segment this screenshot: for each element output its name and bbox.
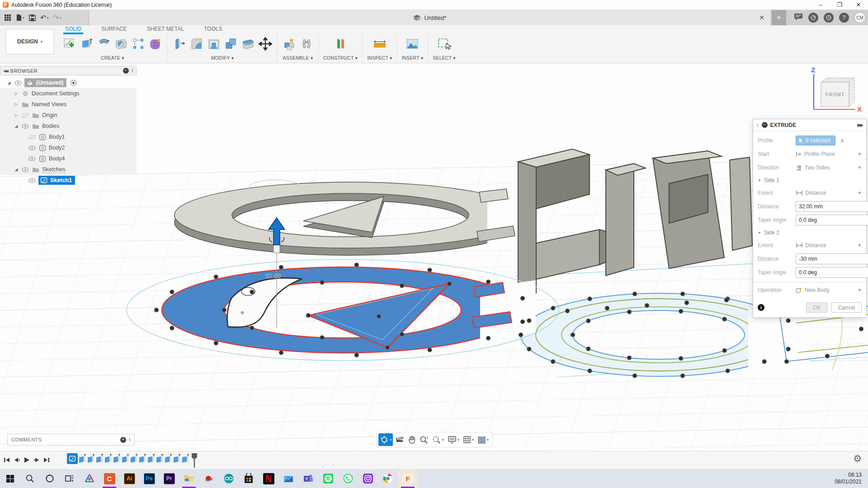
- joint-icon[interactable]: [299, 37, 314, 51]
- eye-icon[interactable]: [28, 155, 36, 162]
- panel-grip-icon[interactable]: ‖: [132, 68, 133, 73]
- expand-arrow-icon[interactable]: ◢: [14, 167, 19, 172]
- user-avatar[interactable]: CM: [854, 12, 865, 23]
- browser-item-body4[interactable]: Body4: [0, 153, 137, 164]
- direction-dropdown[interactable]: Two Sides ▼: [796, 164, 862, 171]
- browser-item-named-views[interactable]: ▷ Named Views: [0, 99, 137, 110]
- clear-selection-icon[interactable]: ✕: [840, 137, 845, 144]
- file-menu-button[interactable]: ▾: [14, 13, 26, 22]
- timeline-extrude-feature[interactable]: [164, 453, 173, 464]
- feedback-icon[interactable]: [794, 13, 803, 23]
- view-cube[interactable]: Z X FRONT: [807, 64, 866, 119]
- zoom-tool[interactable]: ±: [418, 433, 430, 446]
- maximize-button[interactable]: ❐: [830, 0, 849, 10]
- redo-button[interactable]: ↷▾: [52, 13, 62, 23]
- eye-icon[interactable]: [28, 144, 36, 151]
- app-grid-menu-icon[interactable]: [3, 13, 13, 22]
- move-copy-icon[interactable]: [258, 37, 273, 51]
- comments-panel[interactable]: COMMENTS + ‖: [7, 434, 135, 446]
- extruded-letter-bodies[interactable]: [518, 149, 752, 293]
- 3d-viewer-icon[interactable]: [80, 469, 99, 488]
- taskbar-search-icon[interactable]: [20, 469, 40, 488]
- side1-distance-input[interactable]: [796, 201, 868, 212]
- offset-plane-icon[interactable]: [333, 37, 348, 51]
- browser-item-root[interactable]: ◢ (Unsaved): [0, 77, 137, 88]
- mail-icon[interactable]: [278, 469, 298, 488]
- browser-item-body2[interactable]: Body2: [0, 142, 137, 153]
- arduino-icon[interactable]: [219, 469, 239, 488]
- timeline-playhead[interactable]: [191, 453, 198, 468]
- activate-component-radio[interactable]: [71, 80, 76, 86]
- step-forward-button[interactable]: [33, 454, 41, 466]
- side1-taper-input[interactable]: [796, 215, 868, 225]
- panel-grip-icon[interactable]: ‖: [129, 437, 131, 442]
- netflix-icon[interactable]: [259, 469, 278, 488]
- expand-arrow-icon[interactable]: ▷: [14, 113, 19, 117]
- premiere-icon[interactable]: Pr: [159, 469, 179, 488]
- play-button[interactable]: [23, 454, 31, 466]
- profile-selection-chip[interactable]: 8 selected: [796, 136, 835, 145]
- tab-tools[interactable]: TOOLS: [202, 25, 224, 33]
- grid-and-snaps[interactable]: ▾: [462, 433, 475, 446]
- shell-icon[interactable]: [207, 37, 221, 51]
- selected-profile-logo[interactable]: [127, 259, 559, 361]
- collapse-panel-icon[interactable]: ◀◀: [3, 69, 8, 73]
- camtasia-icon[interactable]: C: [99, 469, 119, 488]
- side1-section-header[interactable]: ▼ Side 1: [758, 174, 862, 186]
- timeline-extrude-feature[interactable]: [173, 453, 181, 464]
- combine-icon[interactable]: [224, 37, 238, 51]
- whatsapp-icon[interactable]: [338, 469, 358, 488]
- photoshop-icon[interactable]: Ps: [139, 469, 159, 488]
- orbit-tool[interactable]: ▾: [378, 433, 393, 446]
- hole-icon[interactable]: [114, 37, 128, 51]
- rectangular-pattern-icon[interactable]: [131, 37, 146, 51]
- timeline-extrude-feature[interactable]: [156, 453, 164, 464]
- task-view-icon[interactable]: [60, 469, 80, 488]
- start-button[interactable]: [0, 469, 20, 488]
- timeline-extrude-feature[interactable]: [87, 453, 95, 464]
- document-tab[interactable]: Untitled* ✕: [89, 10, 771, 25]
- start-dropdown[interactable]: Profile Plane ▼: [796, 151, 862, 157]
- timeline-extrude-feature[interactable]: [104, 453, 113, 464]
- teams-icon[interactable]: T: [298, 469, 318, 488]
- undo-button[interactable]: ↶▾: [39, 13, 50, 23]
- minimize-button[interactable]: ─: [811, 0, 830, 10]
- split-body-icon[interactable]: [241, 37, 255, 51]
- extrude-dialog-header[interactable]: ‖ − EXTRUDE ▶▶: [753, 119, 866, 131]
- browser-item-sketches[interactable]: ◢ Sketches: [0, 164, 137, 175]
- instagram-icon[interactable]: [358, 469, 378, 488]
- browser-item-document-settings[interactable]: ▷ ⚙ Document Settings: [0, 88, 137, 99]
- new-tab-button[interactable]: +: [772, 10, 786, 25]
- info-icon[interactable]: i: [758, 304, 764, 311]
- timeline-extrude-feature[interactable]: [113, 453, 121, 464]
- insert-image-icon[interactable]: [405, 37, 420, 51]
- group-label-inspect[interactable]: INSPECT ▾: [367, 54, 392, 61]
- taskbar-clock[interactable]: 08:13 08/01/2021: [835, 472, 868, 485]
- dock-dialog-icon[interactable]: ▶▶: [858, 122, 863, 127]
- operation-dropdown[interactable]: New Body ▼: [796, 287, 862, 293]
- pan-tool[interactable]: [406, 433, 417, 446]
- viewcube-front-face[interactable]: FRONT: [826, 92, 845, 97]
- timeline-extrude-feature[interactable]: [138, 453, 147, 464]
- timeline-extrude-feature[interactable]: [130, 453, 138, 464]
- remove-icon[interactable]: −: [123, 68, 129, 74]
- side2-taper-input[interactable]: [796, 267, 868, 278]
- eye-off-icon[interactable]: [28, 133, 36, 141]
- microsoft-store-icon[interactable]: [239, 469, 259, 488]
- new-component-icon[interactable]: [282, 37, 297, 51]
- workspace-selector[interactable]: DESIGN ▾: [5, 29, 54, 54]
- expand-arrow-icon[interactable]: ▷: [14, 91, 19, 96]
- fit-tool[interactable]: ▾: [431, 433, 445, 446]
- eye-icon[interactable]: [28, 177, 36, 184]
- group-label-insert[interactable]: INSERT ▾: [401, 54, 423, 61]
- side2-extent-dropdown[interactable]: Distance ▼: [796, 242, 862, 249]
- measure-icon[interactable]: [373, 37, 387, 51]
- job-status-clock-icon[interactable]: [824, 13, 834, 23]
- spotify-icon[interactable]: [318, 469, 338, 488]
- group-label-modify[interactable]: MODIFY ▾: [211, 54, 234, 61]
- dialog-grip-icon[interactable]: ‖: [757, 122, 759, 128]
- side1-extent-dropdown[interactable]: Distance ▼: [796, 190, 862, 196]
- group-label-select[interactable]: SELECT ▾: [433, 54, 455, 61]
- timeline-extrude-feature[interactable]: [181, 453, 190, 464]
- tab-sheet-metal[interactable]: SHEET METAL: [145, 25, 186, 33]
